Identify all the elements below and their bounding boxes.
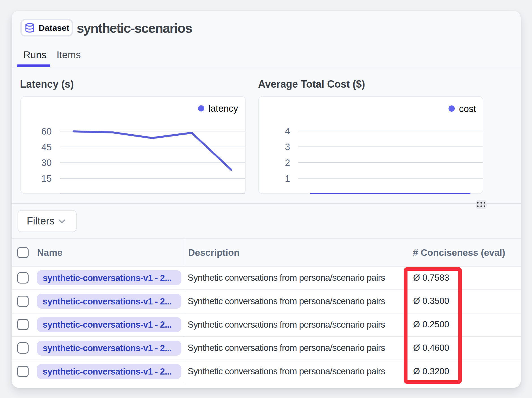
svg-text:cost: cost	[459, 103, 476, 114]
svg-text:4: 4	[285, 126, 290, 136]
svg-text:30: 30	[41, 157, 52, 168]
svg-text:2: 2	[285, 157, 290, 168]
svg-text:1: 1	[285, 173, 290, 184]
svg-text:15: 15	[41, 173, 52, 184]
svg-text:45: 45	[41, 142, 52, 152]
svg-text:latency: latency	[209, 103, 238, 114]
svg-text:60: 60	[41, 126, 52, 137]
svg-text:3: 3	[285, 142, 290, 152]
